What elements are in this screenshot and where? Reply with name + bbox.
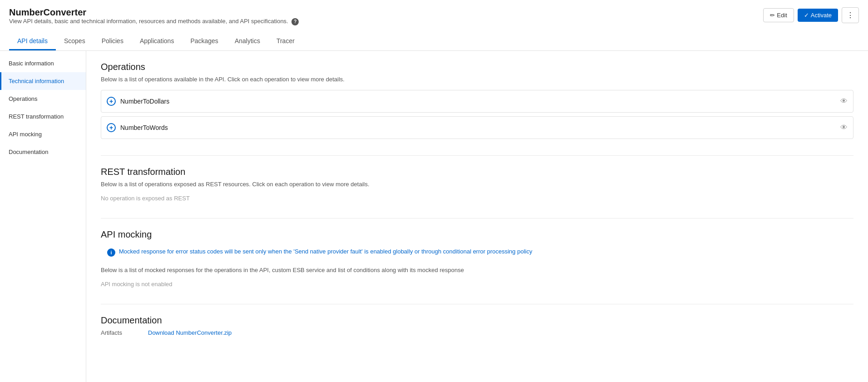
tab-scopes[interactable]: Scopes xyxy=(56,33,94,50)
api-mocking-section: API mocking i Mocked response for error … xyxy=(101,229,853,288)
operations-description: Below is a list of operations available … xyxy=(101,76,853,83)
edit-icon: ✏ xyxy=(770,12,775,19)
tab-bar: API details Scopes Policies Applications… xyxy=(9,33,859,50)
api-mocking-description: Below is a list of mocked responses for … xyxy=(101,267,853,273)
sidebar-item-operations[interactable]: Operations xyxy=(0,90,86,108)
doc-artifacts-row: Artifacts Download NumberConverter.zip xyxy=(101,329,853,336)
divider-2 xyxy=(101,218,853,218)
activate-button[interactable]: ✓ Activate xyxy=(798,9,838,22)
tab-policies[interactable]: Policies xyxy=(94,33,132,50)
sidebar-item-api-mocking[interactable]: API mocking xyxy=(0,125,86,143)
operations-title: Operations xyxy=(101,62,853,72)
tab-tracer[interactable]: Tracer xyxy=(268,33,303,50)
more-options-button[interactable]: ⋮ xyxy=(842,7,859,23)
info-icon: i xyxy=(107,248,115,257)
op-plus-icon-1: + xyxy=(107,97,116,106)
check-circle-icon: ✓ xyxy=(804,12,809,19)
api-mocking-info-banner: i Mocked response for error status codes… xyxy=(101,243,853,261)
tab-analytics[interactable]: Analytics xyxy=(227,33,268,50)
sidebar-item-technical-information[interactable]: Technical information xyxy=(0,72,86,90)
no-rest-operation-text: No operation is exposed as REST xyxy=(101,195,853,202)
page-subtitle: View API details, basic and technical in… xyxy=(9,18,299,25)
documentation-title: Documentation xyxy=(101,315,853,326)
divider-1 xyxy=(101,155,853,156)
operation-name-2: NumberToWords xyxy=(120,124,168,131)
rest-transformation-section: REST transformation Below is a list of o… xyxy=(101,167,853,202)
api-mocking-title: API mocking xyxy=(101,229,853,240)
api-mocking-info-text: Mocked response for error status codes w… xyxy=(119,248,532,255)
tab-api-details[interactable]: API details xyxy=(9,33,56,50)
api-mocking-not-enabled-text: API mocking is not enabled xyxy=(101,281,853,288)
op-plus-icon-2: + xyxy=(107,123,116,132)
sidebar-item-documentation[interactable]: Documentation xyxy=(0,143,86,161)
eye-icon-1[interactable]: 👁 xyxy=(840,97,848,105)
page-title: NumberConverter xyxy=(9,7,299,18)
main-content: Operations Below is a list of operations… xyxy=(86,51,868,382)
operation-row-1[interactable]: + NumberToDollars 👁 xyxy=(101,90,853,113)
sidebar: Basic information Technical information … xyxy=(0,51,86,382)
rest-transformation-description: Below is a list of operations exposed as… xyxy=(101,181,853,188)
download-link[interactable]: Download NumberConverter.zip xyxy=(148,329,232,336)
sidebar-item-basic-information[interactable]: Basic information xyxy=(0,55,86,72)
eye-icon-2[interactable]: 👁 xyxy=(840,124,848,132)
tab-applications[interactable]: Applications xyxy=(132,33,182,50)
operation-name-1: NumberToDollars xyxy=(120,98,169,105)
documentation-section: Documentation Artifacts Download NumberC… xyxy=(101,315,853,336)
doc-artifacts-label: Artifacts xyxy=(101,329,137,336)
operations-section: Operations Below is a list of operations… xyxy=(101,62,853,139)
edit-button[interactable]: ✏ Edit xyxy=(763,8,794,22)
operation-row-2[interactable]: + NumberToWords 👁 xyxy=(101,116,853,139)
tab-packages[interactable]: Packages xyxy=(182,33,226,50)
sidebar-item-rest-transformation[interactable]: REST transformation xyxy=(0,108,86,125)
help-icon[interactable]: ? xyxy=(291,18,299,25)
rest-transformation-title: REST transformation xyxy=(101,167,853,177)
divider-3 xyxy=(101,304,853,304)
